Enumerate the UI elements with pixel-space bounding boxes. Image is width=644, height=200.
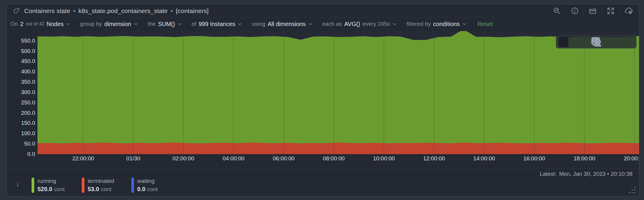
nodes-label: Nodes — [47, 21, 64, 28]
x-tick-label: 12:00:00 — [423, 155, 445, 162]
chart-card: Containers state • k8s_state.pod_contain… — [6, 4, 639, 196]
chart-kind-icon — [13, 7, 20, 15]
chart-definition-bar: On 2 out of 42 Nodes group by dimension … — [7, 17, 639, 30]
legend-item-name: running — [37, 178, 65, 184]
timeagg-suffix: every 245s — [362, 21, 390, 27]
x-tick-label: 18:00:00 — [573, 155, 595, 162]
y-tick-label: 0.0 — [27, 151, 35, 157]
legend-item-unit: cont — [101, 186, 112, 192]
legend-item-value: 53.0 — [88, 186, 99, 192]
title-separator: • — [73, 7, 76, 14]
filter-prefix: filtered by — [406, 21, 431, 27]
nodes-dropdown[interactable]: On 2 out of 42 Nodes — [10, 21, 71, 28]
chevron-down-icon — [177, 22, 182, 26]
aggregate-dropdown[interactable]: the SUM() — [148, 21, 182, 28]
chevron-down-icon — [462, 22, 467, 26]
y-tick-label: 50.0 — [24, 141, 35, 147]
legend-color-running — [32, 178, 34, 193]
y-tick-label: 200.0 — [21, 110, 35, 116]
filter-dropdown[interactable]: filtered by conditions — [406, 21, 466, 28]
x-tick-label: 10:00:00 — [373, 155, 395, 162]
chart-header: Containers state • k8s_state.pod_contain… — [7, 4, 639, 17]
y-tick-label: 250.0 — [21, 99, 35, 106]
zoom-data-icon[interactable] — [552, 7, 561, 15]
filter-value: conditions — [433, 21, 460, 28]
y-tick-label: 300.0 — [21, 89, 35, 96]
chevron-down-icon — [134, 22, 138, 26]
chevron-down-icon — [308, 22, 313, 26]
instances-value: 999 Instances — [199, 21, 236, 28]
series-area-running — [37, 31, 639, 154]
latest-label: Latest: — [540, 171, 556, 177]
legend-item-value: 520.0 — [37, 186, 52, 192]
header-divider — [601, 7, 602, 14]
legend: running520.0contterminated53.0contwaitin… — [32, 178, 158, 193]
header-divider — [583, 7, 584, 14]
legend-item-value: 0.0 — [137, 186, 146, 192]
x-axis: 22:00:0001/3002:00:0004:00:0006:00:0008:… — [37, 155, 639, 164]
dimensions-dropdown[interactable]: using All dimensions — [252, 21, 312, 28]
instances-dropdown[interactable]: of 999 Instances — [192, 21, 242, 28]
y-tick-label: 150.0 — [21, 120, 35, 126]
legend-item-running[interactable]: running520.0cont — [32, 178, 65, 193]
timeagg-dropdown[interactable]: each as AVG() every 245s — [322, 21, 397, 28]
latest-value: Mon, Jan 30, 2023 • 20:10:38 — [559, 171, 632, 177]
timeagg-prefix: each as — [322, 21, 342, 27]
y-tick-label: 350.0 — [21, 79, 35, 85]
arrow-down-icon[interactable]: ↓ — [16, 180, 20, 188]
header-divider — [620, 7, 620, 14]
chart-title: Containers state — [24, 7, 70, 14]
legend-item-terminated[interactable]: terminated53.0cont — [82, 178, 114, 193]
stacked-area-chart — [37, 31, 639, 154]
fullscreen-icon[interactable] — [606, 7, 615, 15]
dimensions-prefix: using — [252, 21, 265, 27]
chart-title-group: Containers state • k8s_state.pod_contain… — [24, 7, 209, 14]
dimensions-value: All dimensions — [268, 21, 306, 28]
groupby-dropdown[interactable]: group by dimension — [80, 21, 138, 28]
x-tick-label: 20:00:00 — [624, 155, 639, 162]
x-tick-label: 22:00:00 — [72, 155, 94, 162]
aggregate-prefix: the — [148, 21, 156, 27]
page-background: { "header": { "title": "Containers state… — [0, 0, 644, 200]
nodes-outof: out of 42 — [26, 21, 44, 27]
x-tick-label: 04:00:00 — [223, 155, 244, 162]
chart-type-icon[interactable] — [588, 7, 597, 15]
x-tick-label: 01/30 — [126, 155, 140, 162]
chart-plot-area[interactable] — [37, 31, 639, 154]
y-tick-label: 500.0 — [21, 48, 35, 54]
chart-instance: [containers] — [176, 7, 209, 14]
nodes-prefix: On — [10, 21, 18, 27]
groupby-prefix: group by — [80, 21, 102, 27]
timeagg-value: AVG() — [344, 21, 360, 28]
zoom-reset-button[interactable] — [624, 37, 634, 47]
latest-timestamp: Latest: Mon, Jan 30, 2023 • 20:10:38 — [540, 171, 632, 177]
chevron-down-icon — [66, 22, 71, 26]
resize-grip[interactable] — [634, 192, 635, 193]
chart-tools-toolbar — [556, 36, 637, 49]
chart-footer: Latest: Mon, Jan 30, 2023 • 20:10:38 ↓ r… — [7, 168, 639, 196]
nodes-count: 2 — [20, 21, 23, 28]
x-tick-label: 02:00:00 — [172, 155, 194, 162]
y-tick-label: 100.0 — [21, 130, 35, 137]
cloud-add-icon[interactable] — [624, 7, 633, 15]
legend-color-terminated — [82, 178, 84, 193]
header-actions — [552, 7, 633, 15]
y-tick-label: 400.0 — [21, 68, 35, 75]
x-tick-label: 16:00:00 — [523, 155, 545, 162]
y-axis: 550.0500.0450.0400.0350.0300.0250.0200.0… — [7, 31, 35, 154]
series-area-terminated — [37, 143, 639, 154]
chart-context: k8s_state.pod_containers_state — [79, 7, 168, 14]
x-tick-label: 14:00:00 — [473, 155, 495, 162]
header-divider — [565, 7, 566, 14]
reset-button[interactable]: Reset — [478, 21, 493, 28]
info-icon[interactable] — [570, 7, 579, 15]
legend-item-name: terminated — [88, 178, 114, 184]
y-tick-label: 550.0 — [21, 38, 35, 44]
legend-item-waiting[interactable]: waiting0.0cont — [131, 178, 158, 193]
instances-prefix: of — [192, 21, 196, 27]
legend-color-waiting — [131, 178, 134, 193]
x-tick-label: 06:00:00 — [273, 155, 295, 162]
legend-item-unit: cont — [147, 186, 158, 192]
chevron-down-icon — [392, 22, 397, 26]
title-separator: • — [171, 7, 173, 14]
